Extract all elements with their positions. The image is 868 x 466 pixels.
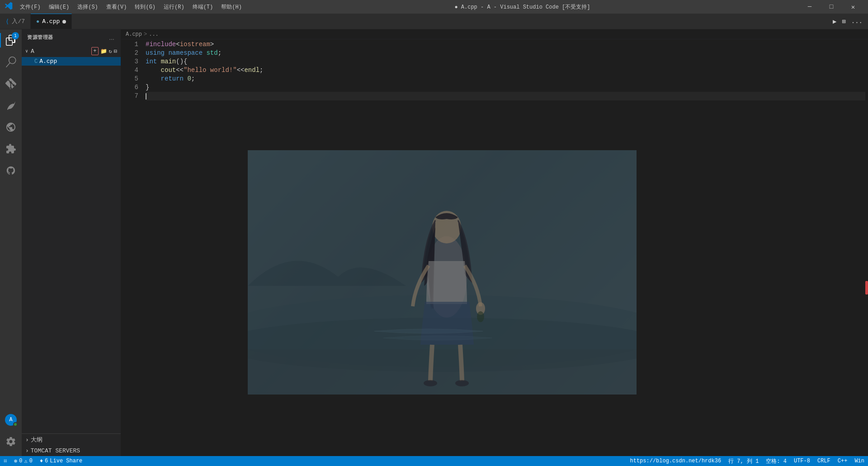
activity-remote[interactable] <box>0 116 22 138</box>
status-liveshare[interactable]: ♦ 6 Live Share <box>36 456 86 466</box>
sidebar-tomcat-section[interactable]: › TOMCAT SERVERS <box>22 446 121 456</box>
line-num-2: 2 <box>121 49 138 57</box>
activity-git[interactable] <box>0 73 22 95</box>
status-errors[interactable]: ⊗ 0 ⚠ 0 <box>10 456 36 466</box>
sidebar-spacer <box>22 66 121 433</box>
refresh-button[interactable]: ↻ <box>109 48 112 55</box>
status-platform[interactable]: Win <box>851 456 868 466</box>
svg-point-7 <box>477 311 484 322</box>
language-text: C++ <box>838 458 848 464</box>
status-language[interactable]: C++ <box>834 456 851 466</box>
minimize-button[interactable]: ─ <box>799 0 820 14</box>
tab-spacer <box>72 14 827 29</box>
cpp-icon: C <box>34 58 38 65</box>
menu-file[interactable]: 文件(F) <box>16 2 44 12</box>
run-action-button[interactable]: ▶ <box>831 16 838 27</box>
more-actions-button[interactable]: ... <box>849 16 864 27</box>
menu-view[interactable]: 查看(V) <box>103 2 131 12</box>
menu-run[interactable]: 运行(R) <box>160 2 188 12</box>
activity-bottom: A <box>0 409 22 456</box>
svg-point-8 <box>424 380 437 386</box>
collapse-button[interactable]: ⊟ <box>114 48 117 55</box>
active-tab-label: A.cpp <box>42 18 60 25</box>
breadcrumb: A.cpp > ... <box>121 29 868 39</box>
code-line-2: using namespace std; <box>146 49 868 57</box>
window-controls[interactable]: ─ □ ✕ <box>799 0 863 14</box>
status-spaces[interactable]: 空格: 4 <box>762 456 790 466</box>
tab-inactive[interactable]: ⟨ 入/7 <box>0 14 31 29</box>
text-cursor <box>146 93 146 100</box>
tomcat-label: TOMCAT SERVERS <box>31 447 80 454</box>
status-line-ending[interactable]: CRLF <box>814 456 834 466</box>
menu-edit[interactable]: 编辑(E) <box>45 2 73 12</box>
sidebar: 资源管理器 ... ∨ A + 📁 ↻ ⊟ C A.cpp <box>22 29 121 456</box>
line-num-4: 4 <box>121 66 138 75</box>
scrollbar-indicator <box>865 39 868 456</box>
line-num-5: 5 <box>121 75 138 83</box>
line-col-text: 行 7, 列 1 <box>728 457 759 465</box>
breadcrumb-sep: > <box>144 31 147 38</box>
error-icon: ⊗ <box>14 458 17 465</box>
liveshare-num: 6 <box>45 458 48 464</box>
cpp-file-icon: ● <box>36 19 39 25</box>
activity-explorer[interactable]: 1 <box>0 29 22 51</box>
activity-settings[interactable] <box>0 431 22 452</box>
status-remote[interactable]: ⌗ <box>0 456 10 466</box>
status-line-col[interactable]: 行 7, 列 1 <box>725 456 762 466</box>
split-editor-button[interactable]: ⊞ <box>840 16 847 27</box>
include-keyword: #include <box>146 40 176 49</box>
new-file-button[interactable]: + <box>91 47 98 55</box>
status-left: ⌗ ⊗ 0 ⚠ 0 ♦ 6 Live Share <box>0 456 86 466</box>
avatar-letter: A <box>9 417 12 423</box>
sidebar-bottom: › 大纲 › TOMCAT SERVERS <box>22 433 121 456</box>
url-text: https://blog.csdn.net/hrdk36 <box>630 458 721 464</box>
menu-terminal[interactable]: 终端(T) <box>189 2 217 12</box>
line-num-6: 6 <box>121 83 138 92</box>
menu-bar[interactable]: 文件(F) 编辑(E) 选择(S) 查看(V) 转到(G) 运行(R) 终端(T… <box>16 2 245 12</box>
code-line-3: int main(){ <box>146 57 868 66</box>
status-encoding[interactable]: UTF-8 <box>790 456 814 466</box>
vscode-logo <box>5 2 13 12</box>
tab-bar: ⟨ 入/7 ● A.cpp ▶ ⊞ ... <box>0 14 868 29</box>
sidebar-more-button[interactable]: ... <box>108 33 115 42</box>
outline-label: 大纲 <box>31 436 42 444</box>
scrollbar-thumb[interactable] <box>865 281 868 295</box>
breadcrumb-file: A.cpp <box>126 31 142 38</box>
liveshare-icon: ♦ <box>40 458 43 464</box>
tab-bar-actions: ▶ ⊞ ... <box>827 14 868 29</box>
unsaved-dot <box>62 20 66 24</box>
new-folder-button[interactable]: 📁 <box>100 48 107 55</box>
explorer-badge: 1 <box>12 32 19 39</box>
file-name: A.cpp <box>39 58 57 65</box>
sidebar-outline-section[interactable]: › 大纲 <box>22 434 121 446</box>
window-title: ● A.cpp - A - Visual Studio Code [不受支持] <box>245 3 799 11</box>
activity-github[interactable] <box>0 160 22 181</box>
avatar-badge <box>13 422 18 427</box>
menu-goto[interactable]: 转到(G) <box>131 2 159 12</box>
activity-search[interactable] <box>0 51 22 73</box>
outline-chevron: › <box>25 437 29 443</box>
menu-help[interactable]: 帮助(H) <box>217 2 245 12</box>
code-editor[interactable]: 1 2 3 4 5 6 7 #include<iostream> using n… <box>121 39 868 456</box>
activity-accounts[interactable]: A <box>0 409 22 431</box>
background-image <box>248 150 637 395</box>
avatar[interactable]: A <box>5 414 17 426</box>
close-button[interactable]: ✕ <box>843 0 863 14</box>
tab-active-acpp[interactable]: ● A.cpp <box>31 14 72 29</box>
menu-select[interactable]: 选择(S) <box>74 2 102 12</box>
code-line-6: } <box>146 83 868 92</box>
line-ending-text: CRLF <box>817 458 830 464</box>
status-url[interactable]: https://blog.csdn.net/hrdk36 <box>626 456 725 466</box>
explorer-actions: + 📁 ↻ ⊟ <box>91 47 117 55</box>
sidebar-section-a[interactable]: ∨ A + 📁 ↻ ⊟ <box>22 45 121 57</box>
anime-figure <box>248 150 637 395</box>
activity-extensions[interactable] <box>0 138 22 160</box>
maximize-button[interactable]: □ <box>821 0 842 14</box>
sidebar-header-actions: ... <box>108 33 115 42</box>
section-label: A <box>31 48 34 55</box>
svg-point-9 <box>455 380 469 386</box>
file-item-acpp[interactable]: C A.cpp <box>22 57 121 66</box>
vscode-tab-icon: ⟨ <box>5 18 9 25</box>
code-line-5: return 0; <box>146 75 868 83</box>
activity-run-debug[interactable] <box>0 95 22 116</box>
